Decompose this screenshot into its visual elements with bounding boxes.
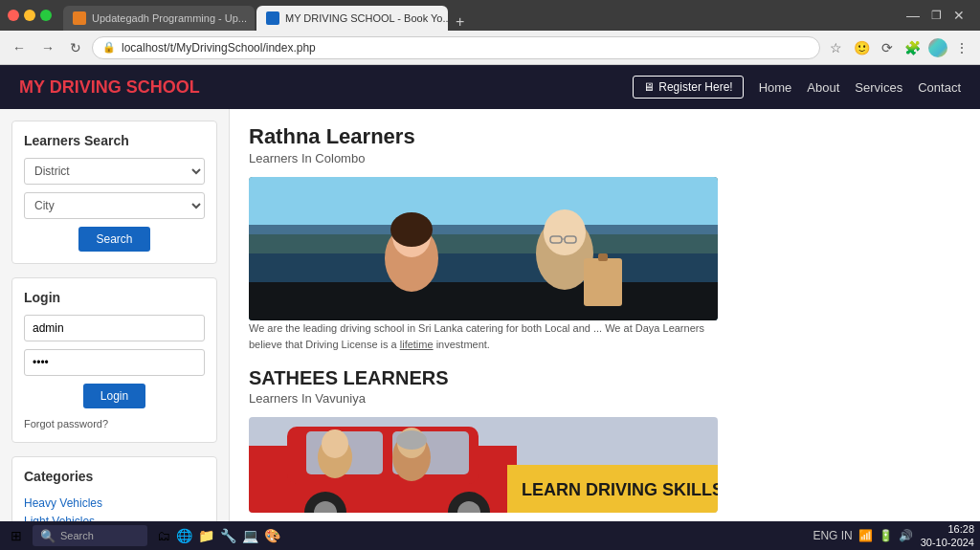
smiley-btn[interactable]: 🙂 (850, 38, 874, 57)
lifetime-text: lifetime (400, 339, 434, 350)
clock-time: 16:28 (921, 522, 974, 536)
section1-subtitle: Learners In Colombo (249, 151, 961, 165)
password-input[interactable] (24, 349, 205, 376)
category-heavy-vehicles[interactable]: Heavy Vehicles (24, 496, 102, 510)
svg-point-25 (396, 430, 427, 450)
tab-driving-school[interactable]: MY DRIVING SCHOOL - Book Yo... ✕ (256, 6, 448, 31)
tab-bar: Updategadh Programming - Up... ✕ MY DRIV… (63, 0, 470, 31)
district-select[interactable]: District (24, 158, 205, 185)
taskbar-right: ENG IN 📶 🔋 🔊 16:28 30-10-2024 (813, 522, 974, 550)
forward-button[interactable]: → (36, 37, 59, 58)
menu-btn[interactable]: ⋮ (951, 38, 972, 57)
logo-driving: DRIVING (50, 77, 122, 97)
taskbar-icon-4[interactable]: 🔧 (220, 528, 236, 543)
taskbar-icon-2[interactable]: 🌐 (176, 528, 192, 543)
taskbar-icon-5[interactable]: 💻 (242, 528, 258, 543)
address-bar[interactable]: 🔒 localhost/t/MyDrivingSchool/index.php (92, 36, 820, 59)
sidebar: Learners Search District City Search Log… (0, 109, 230, 521)
close-window-btn[interactable] (8, 10, 19, 21)
section1-image (249, 177, 718, 320)
categories-section: Categories Heavy Vehicles Light Vehicles… (11, 456, 217, 521)
forgot-password-link[interactable]: Forgot password? (24, 418, 108, 429)
city-select[interactable]: City (24, 192, 205, 219)
section2-subtitle: Learners In Vavuniya (249, 391, 961, 406)
site-navigation: MY DRIVING SCHOOL 🖥 Register Here! Home … (0, 65, 980, 109)
svg-rect-14 (584, 258, 622, 306)
tab-label-1: Updategadh Programming - Up... (92, 12, 247, 24)
register-icon: 🖥 (643, 80, 655, 94)
nav-link-about[interactable]: About (807, 80, 839, 95)
svg-point-10 (544, 209, 586, 255)
window-controls[interactable] (8, 10, 52, 21)
svg-rect-15 (598, 253, 608, 261)
categories-list: Heavy Vehicles Light Vehicles Motorcycle… (24, 494, 205, 521)
username-input[interactable] (24, 315, 205, 341)
section1-description: We are the leading driving school in Sri… (249, 320, 718, 352)
wifi-icon: 📶 (858, 529, 873, 542)
taskbar-icon-1[interactable]: 🗂 (157, 528, 170, 543)
browser-nav-bar: ← → ↻ 🔒 localhost/t/MyDrivingSchool/inde… (0, 31, 980, 65)
section2-image: LEARN DRIVING SKILLS (249, 417, 718, 513)
svg-rect-5 (249, 282, 718, 320)
address-text: localhost/t/MyDrivingSchool/index.php (122, 41, 810, 55)
search-magnifier-icon: 🔍 (40, 529, 56, 543)
main-layout: Learners Search District City Search Log… (0, 109, 980, 521)
tab-favicon-1 (73, 11, 86, 25)
search-section: Learners Search District City Search (11, 121, 217, 264)
search-section-title: Learners Search (24, 133, 205, 148)
taskbar-search-label: Search (60, 530, 94, 541)
section2-title: SATHEES LEARNERS (249, 367, 961, 389)
restore-btn[interactable]: ❐ (931, 9, 942, 22)
system-clock: 16:28 30-10-2024 (921, 522, 974, 550)
svg-text:LEARN DRIVING SKILLS: LEARN DRIVING SKILLS (522, 480, 718, 499)
section1-title: Rathna Learners (249, 124, 961, 149)
windows-logo: ⊞ (11, 528, 22, 543)
page-content: MY DRIVING SCHOOL 🖥 Register Here! Home … (0, 65, 980, 521)
system-tray: ENG IN 📶 🔋 🔊 (813, 529, 912, 542)
back-button[interactable]: ← (8, 37, 31, 58)
tab-updategadh[interactable]: Updategadh Programming - Up... ✕ (63, 6, 255, 31)
lang-indicator: ENG IN (813, 529, 852, 542)
new-tab-button[interactable]: + (450, 13, 470, 31)
minimize-window-btn[interactable] (24, 10, 35, 21)
close-btn[interactable]: ✕ (953, 8, 965, 23)
svg-point-8 (390, 212, 433, 247)
nav-actions: ☆ 🙂 ⟳ 🧩 ⋮ (826, 38, 972, 57)
search-button[interactable]: Search (78, 227, 149, 252)
taskbar-pinned-icons: 🗂 🌐 📁 🔧 💻 🎨 (157, 528, 280, 543)
start-button[interactable]: ⊞ (6, 526, 27, 545)
battery-icon: 🔋 (879, 529, 893, 542)
extensions-btn[interactable]: 🧩 (901, 38, 924, 57)
clock-date: 30-10-2024 (921, 536, 974, 549)
nav-links: 🖥 Register Here! Home About Services Con… (633, 76, 961, 99)
taskbar-search-bar[interactable]: 🔍 Search (33, 525, 147, 546)
nav-link-services[interactable]: Services (855, 80, 902, 95)
taskbar: ⊞ 🔍 Search 🗂 🌐 📁 🔧 💻 🎨 ENG IN 📶 🔋 🔊 16:2… (0, 521, 980, 550)
list-item: Heavy Vehicles (24, 494, 205, 512)
nav-link-home[interactable]: Home (759, 80, 792, 95)
register-label: Register Here! (658, 80, 732, 94)
list-item: Light Vehicles (24, 512, 205, 521)
logo-school: SCHOOL (122, 77, 200, 97)
minimize-btn[interactable]: — (906, 8, 920, 23)
logo-my: MY (19, 77, 50, 97)
title-bar: Updategadh Programming - Up... ✕ MY DRIV… (0, 0, 980, 31)
login-section: Login Login Forgot password? (11, 277, 217, 443)
categories-title: Categories (24, 469, 205, 484)
reload-btn[interactable]: ⟳ (878, 38, 897, 57)
svg-point-22 (322, 429, 348, 458)
content-area: Rathna Learners Learners In Colombo (230, 109, 980, 521)
site-logo: MY DRIVING SCHOOL (19, 77, 633, 98)
login-button[interactable]: Login (83, 384, 145, 408)
taskbar-icon-3[interactable]: 📁 (198, 528, 214, 543)
bookmark-btn[interactable]: ☆ (826, 38, 846, 57)
tab-label-2: MY DRIVING SCHOOL - Book Yo... (285, 12, 448, 24)
category-light-vehicles[interactable]: Light Vehicles (24, 515, 95, 521)
refresh-button[interactable]: ↻ (65, 37, 86, 58)
nav-link-contact[interactable]: Contact (918, 80, 961, 95)
tab-favicon-2 (266, 11, 279, 25)
register-button[interactable]: 🖥 Register Here! (633, 76, 743, 99)
profile-avatar[interactable] (928, 38, 947, 57)
taskbar-icon-6[interactable]: 🎨 (264, 528, 280, 543)
maximize-window-btn[interactable] (40, 10, 52, 21)
